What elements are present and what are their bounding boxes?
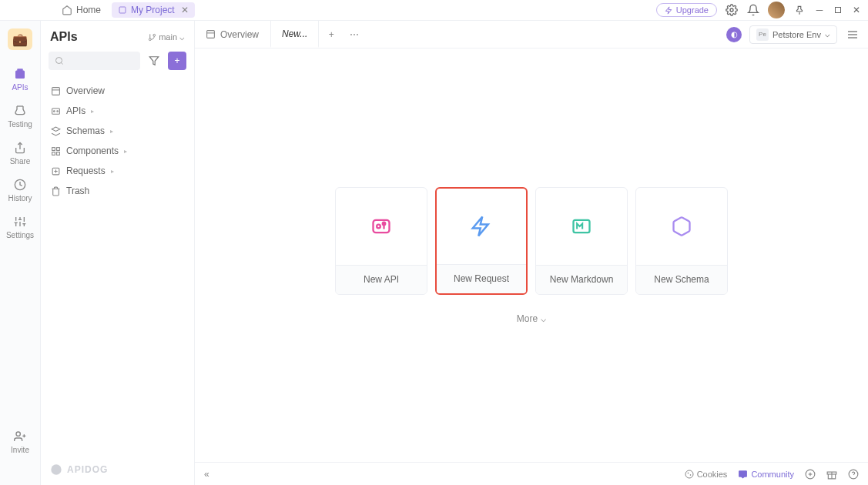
- svg-point-21: [153, 34, 156, 36]
- tabs-right: ◐ Pe Petstore Env ⌵: [726, 21, 868, 48]
- help-icon: [848, 469, 859, 480]
- brand-icon: [50, 463, 62, 476]
- community-label: Community: [751, 470, 794, 479]
- cookies-label: Cookies: [697, 470, 728, 479]
- help-button[interactable]: [848, 469, 859, 480]
- home-label: Home: [76, 5, 101, 15]
- rail-item-settings[interactable]: Settings: [6, 215, 34, 239]
- canvas: New API New Request New Markdown: [195, 48, 868, 462]
- cookies-button[interactable]: Cookies: [685, 470, 728, 479]
- gift-button[interactable]: [826, 469, 837, 480]
- tree-item-overview[interactable]: Overview: [41, 81, 194, 101]
- svg-rect-40: [207, 30, 215, 38]
- card-new-schema[interactable]: New Schema: [635, 187, 728, 295]
- community-button[interactable]: Community: [738, 469, 794, 479]
- close-icon[interactable]: ✕: [181, 5, 189, 15]
- bell-icon[interactable]: [746, 3, 760, 17]
- card-new-markdown[interactable]: New Markdown: [535, 187, 628, 295]
- card-label: New Markdown: [536, 265, 627, 294]
- home-tab[interactable]: Home: [55, 2, 107, 18]
- environment-selector[interactable]: Pe Petstore Env ⌵: [749, 25, 837, 44]
- svg-rect-35: [56, 152, 59, 155]
- rail-item-share[interactable]: Share: [10, 141, 31, 166]
- markdown-icon: [536, 188, 627, 265]
- collapse-sidebar-button[interactable]: «: [204, 469, 209, 480]
- branch-name: main: [159, 32, 177, 42]
- tree-label: Schemas: [66, 125, 105, 136]
- svg-point-52: [690, 474, 691, 475]
- home-icon: [62, 5, 72, 15]
- search-icon: [55, 56, 64, 65]
- title-bar: Home My Project ✕ Upgrade ─: [0, 0, 868, 21]
- tree-item-requests[interactable]: Requests ▸: [41, 161, 194, 181]
- svg-rect-3: [15, 71, 25, 79]
- main: 💼 APIs Testing Share History Settings In…: [0, 21, 868, 485]
- brand-label: APIDOG: [67, 464, 108, 475]
- rail-label: Invite: [11, 446, 29, 454]
- env-label: Petstore Env: [772, 30, 821, 39]
- rail-label: Share: [10, 157, 31, 166]
- svg-point-30: [56, 110, 58, 112]
- tree-item-schemas[interactable]: Schemas ▸: [41, 121, 194, 141]
- svg-point-39: [51, 464, 61, 474]
- branch-selector[interactable]: main ⌵: [148, 32, 185, 42]
- chevron-down-icon: ⌵: [825, 29, 830, 39]
- api-icon: [336, 188, 427, 265]
- add-circle-button[interactable]: [805, 469, 816, 480]
- panel-toggle-button[interactable]: [845, 28, 860, 41]
- close-window-icon[interactable]: ✕: [851, 5, 862, 15]
- card-new-api[interactable]: New API: [335, 187, 427, 295]
- card-label: New Schema: [636, 265, 727, 294]
- search-input[interactable]: [49, 52, 140, 70]
- tree-item-apis[interactable]: APIs ▸: [41, 101, 194, 121]
- filter-button[interactable]: [145, 52, 163, 70]
- more-link[interactable]: More ⌵: [517, 313, 546, 324]
- plus-circle-icon: [805, 469, 816, 480]
- window-tabs: Home My Project ✕: [55, 2, 195, 18]
- tree-item-trash[interactable]: Trash: [41, 181, 194, 201]
- presence-icon: ◐: [731, 30, 738, 38]
- tree-label: Components: [66, 146, 119, 156]
- upgrade-button[interactable]: Upgrade: [656, 3, 717, 17]
- svg-point-29: [53, 110, 55, 112]
- share-icon: [13, 141, 27, 155]
- sidebar-header: APIs main ⌵: [41, 21, 194, 52]
- tree-item-components[interactable]: Components ▸: [41, 141, 194, 161]
- chevron-down-icon: ⌵: [541, 313, 546, 324]
- rail-item-history[interactable]: History: [8, 178, 32, 202]
- trash-icon: [50, 186, 61, 196]
- menu-icon: [846, 28, 859, 41]
- user-presence[interactable]: ◐: [726, 27, 742, 42]
- title-bar-actions: Upgrade ─ ✕: [656, 2, 862, 18]
- avatar[interactable]: [768, 2, 785, 18]
- history-icon: [13, 178, 27, 192]
- project-logo[interactable]: 💼: [8, 28, 32, 50]
- new-tab-button[interactable]: +: [319, 21, 344, 48]
- invite-icon: [13, 430, 27, 443]
- tab-overview[interactable]: Overview: [195, 21, 270, 48]
- add-button[interactable]: +: [168, 52, 186, 70]
- card-new-request[interactable]: New Request: [435, 187, 528, 295]
- caret-right-icon: ▸: [91, 108, 94, 115]
- rail-item-apis[interactable]: APIs: [12, 67, 28, 92]
- rail-label: Settings: [6, 231, 34, 239]
- project-tab[interactable]: My Project ✕: [112, 2, 195, 18]
- svg-point-51: [688, 473, 689, 473]
- minimize-icon[interactable]: ─: [814, 5, 825, 15]
- maximize-icon[interactable]: [833, 5, 843, 15]
- more-icon: ⋯: [350, 29, 359, 40]
- svg-rect-49: [574, 219, 590, 232]
- rail-label: History: [8, 194, 32, 202]
- tabs-row: Overview New... + ⋯ ◐ Pe Petstore Env ⌵: [195, 21, 868, 48]
- gear-icon[interactable]: [725, 3, 739, 17]
- svg-marker-31: [52, 127, 60, 131]
- svg-rect-2: [836, 8, 841, 13]
- caret-right-icon: ▸: [110, 128, 113, 135]
- schema-icon: [636, 188, 727, 265]
- rail-item-invite[interactable]: Invite: [11, 430, 29, 454]
- pin-icon[interactable]: [793, 3, 806, 17]
- tab-new[interactable]: New...: [270, 21, 319, 48]
- rail-item-testing[interactable]: Testing: [8, 104, 32, 129]
- tab-more-button[interactable]: ⋯: [344, 21, 365, 48]
- testing-icon: [13, 104, 27, 118]
